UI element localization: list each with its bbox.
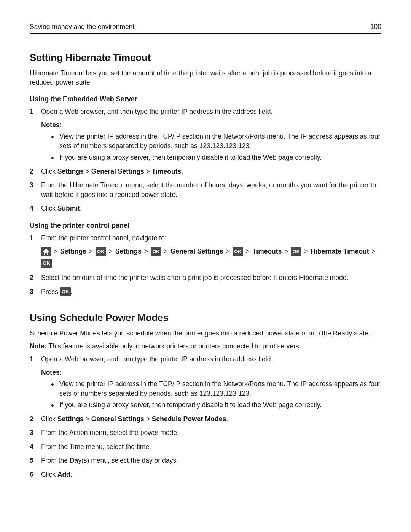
step-number: 1 xyxy=(30,355,33,364)
step: 1 Open a Web browser, and then type the … xyxy=(30,107,381,162)
page-number: 100 xyxy=(370,23,381,31)
step-number: 1 xyxy=(30,233,33,243)
step-text: From the printer control panel, navigate… xyxy=(41,234,167,242)
intro-hibernate: Hibernate Timeout lets you set the amoun… xyxy=(30,69,381,87)
ok-icon: OK xyxy=(96,247,106,256)
step-number: 3 xyxy=(30,287,33,297)
step: 6 Click Add. xyxy=(30,470,381,479)
running-header: Saving money and the environment 100 xyxy=(30,23,381,34)
ok-icon: OK xyxy=(151,247,161,256)
step-number: 1 xyxy=(30,107,33,117)
note-item: View the printer IP address in the TCP/I… xyxy=(59,132,381,150)
subheading-control-panel: Using the printer control panel xyxy=(30,222,381,230)
step-number: 2 xyxy=(30,167,33,176)
step-text: Press OK. xyxy=(41,288,72,296)
step-text: Click Submit. xyxy=(41,204,82,212)
ok-icon: OK xyxy=(233,247,243,256)
ok-icon: OK xyxy=(41,259,52,268)
step-text: Click Add. xyxy=(41,471,72,478)
step: 3 Press OK. xyxy=(30,287,381,297)
notes-list: View the printer IP address in the TCP/I… xyxy=(41,379,381,410)
step-number: 4 xyxy=(30,204,33,213)
step-text: Open a Web browser, and then type the pr… xyxy=(41,355,272,363)
step-text: Click Settings > General Settings > Time… xyxy=(41,168,183,175)
step-text: From the Day(s) menu, select the day or … xyxy=(41,457,178,464)
step: 3 From the Action menu, select the power… xyxy=(30,428,381,438)
step-text: Open a Web browser, and then type the pr… xyxy=(41,108,272,115)
step-number: 3 xyxy=(30,428,33,438)
step-text: Select the amount of time the printer wa… xyxy=(41,274,348,281)
step-number: 6 xyxy=(30,470,33,479)
note-item: If you are using a proxy server, then te… xyxy=(59,153,381,162)
page: Saving money and the environment 100 Set… xyxy=(0,0,411,532)
step: 1 From the printer control panel, naviga… xyxy=(30,233,381,269)
note-schedule: Note: This feature is available only in … xyxy=(30,342,381,351)
step: 1 Open a Web browser, and then type the … xyxy=(30,355,381,410)
step: 2 Click Settings > General Settings > Sc… xyxy=(30,414,381,424)
steps-ews: 1 Open a Web browser, and then type the … xyxy=(30,107,381,213)
step-text: From the Hibernate Timeout menu, select … xyxy=(41,181,376,198)
step-number: 4 xyxy=(30,442,33,452)
nav-path: > Settings > OK > Settings > OK > Genera… xyxy=(41,246,381,268)
notes-list: View the printer IP address in the TCP/I… xyxy=(41,132,381,162)
step-number: 2 xyxy=(30,414,33,424)
step-text: Click Settings > General Settings > Sche… xyxy=(41,415,228,423)
step: 4 From the Time menu, select the time. xyxy=(30,442,381,452)
note-item: If you are using a proxy server, then te… xyxy=(59,400,381,410)
step-number: 2 xyxy=(30,273,33,283)
step: 4 Click Submit. xyxy=(30,204,381,213)
step: 2 Select the amount of time the printer … xyxy=(30,273,381,283)
ok-icon: OK xyxy=(60,287,71,296)
step-text: From the Action menu, select the power m… xyxy=(41,429,179,436)
steps-control-panel: 1 From the printer control panel, naviga… xyxy=(30,233,381,297)
home-icon xyxy=(41,247,51,256)
step: 3 From the Hibernate Timeout menu, selec… xyxy=(30,181,381,199)
heading-schedule: Using Schedule Power Modes xyxy=(30,312,381,324)
step: 5 From the Day(s) menu, select the day o… xyxy=(30,456,381,465)
notes-label: Notes: xyxy=(41,120,381,130)
notes-label: Notes: xyxy=(41,368,381,377)
note-item: View the printer IP address in the TCP/I… xyxy=(59,379,381,398)
step-number: 5 xyxy=(30,456,33,465)
steps-schedule: 1 Open a Web browser, and then type the … xyxy=(30,355,381,479)
ok-icon: OK xyxy=(291,247,301,256)
step-number: 3 xyxy=(30,181,33,190)
header-title: Saving money and the environment xyxy=(30,23,134,31)
step-text: From the Time menu, select the time. xyxy=(41,443,151,451)
heading-hibernate: Setting Hibernate Timeout xyxy=(30,52,381,64)
subheading-ews: Using the Embedded Web Server xyxy=(30,95,381,103)
intro-schedule: Schedule Power Modes lets you schedule w… xyxy=(30,329,381,338)
step: 2 Click Settings > General Settings > Ti… xyxy=(30,167,381,176)
